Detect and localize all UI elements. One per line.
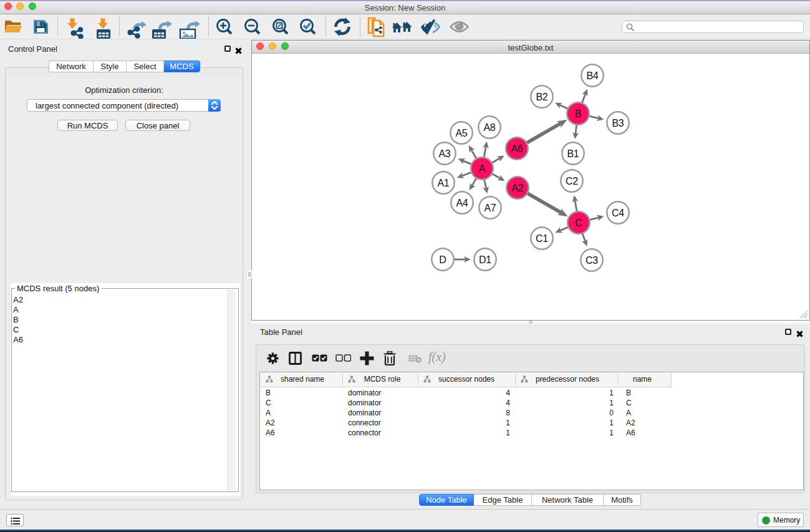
svg-text:B: B xyxy=(575,109,581,119)
svg-text:A7: A7 xyxy=(485,203,496,213)
svg-text:B4: B4 xyxy=(587,70,599,81)
svg-text:A5: A5 xyxy=(456,128,468,138)
svg-text:A2: A2 xyxy=(512,183,524,193)
svg-text:A: A xyxy=(479,163,486,174)
svg-text:D: D xyxy=(439,254,446,265)
svg-text:C2: C2 xyxy=(566,176,578,186)
svg-text:B3: B3 xyxy=(612,118,624,128)
svg-text:D1: D1 xyxy=(479,254,491,265)
svg-text:C3: C3 xyxy=(586,255,598,266)
svg-text:A1: A1 xyxy=(438,178,450,188)
svg-text:B1: B1 xyxy=(567,148,579,159)
svg-text:C1: C1 xyxy=(536,233,548,244)
svg-text:A3: A3 xyxy=(439,148,451,159)
svg-text:B2: B2 xyxy=(536,92,548,102)
svg-text:C4: C4 xyxy=(612,208,624,218)
svg-text:C: C xyxy=(575,218,582,228)
svg-text:A8: A8 xyxy=(484,122,496,133)
svg-text:A4: A4 xyxy=(456,198,468,208)
svg-text:A6: A6 xyxy=(511,143,523,154)
